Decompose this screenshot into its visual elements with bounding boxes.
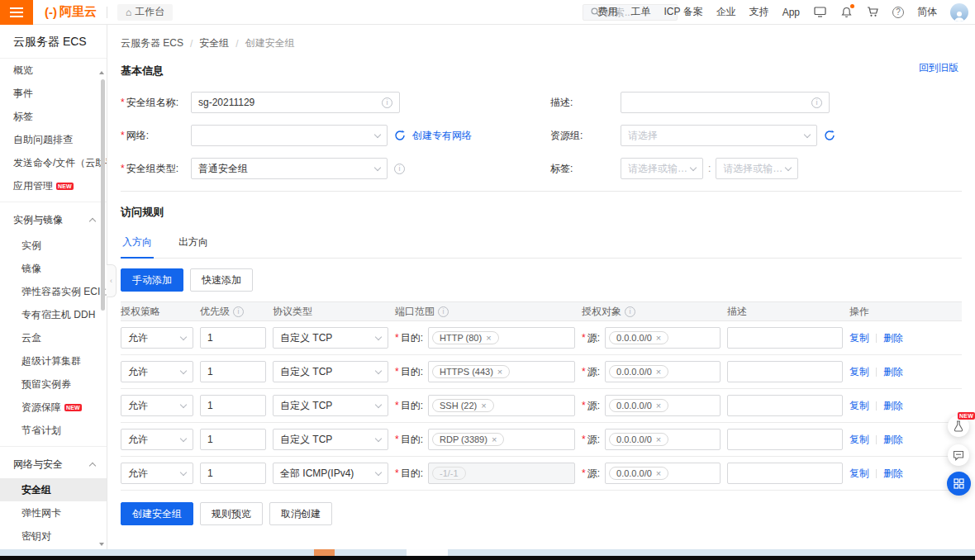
sidebar-item[interactable]: 实例	[0, 234, 107, 257]
sidebar-item[interactable]: 预留实例券	[0, 373, 107, 396]
policy-select[interactable]: 允许	[121, 361, 193, 382]
protocol-select[interactable]: 自定义 TCP	[273, 327, 388, 349]
port-range-input[interactable]: SSH (22) ×	[428, 395, 575, 416]
apps-grid-button[interactable]	[947, 472, 971, 496]
auth-object-input[interactable]: 0.0.0.0/0 ×	[605, 395, 721, 416]
security-group-type-select[interactable]: 普通安全组	[191, 158, 388, 179]
remove-tag-icon[interactable]: ×	[492, 435, 497, 444]
tag-value-select[interactable]: 请选择或输入完整的...	[716, 158, 798, 179]
avatar[interactable]	[950, 3, 968, 21]
cart-icon[interactable]	[866, 6, 879, 19]
rule-desc-input[interactable]	[735, 332, 835, 344]
copy-rule-link[interactable]: 复制	[849, 399, 869, 413]
sidebar-item[interactable]: 镜像	[0, 257, 107, 280]
delete-rule-link[interactable]: 删除	[883, 399, 903, 413]
auth-object-input[interactable]: 0.0.0.0/0 ×	[605, 361, 721, 382]
description-input[interactable]	[628, 97, 811, 108]
sidebar-item[interactable]: 安全组	[0, 478, 107, 501]
topbar-nav-item[interactable]: 企业	[716, 5, 736, 19]
quick-add-button[interactable]: 快速添加	[190, 268, 253, 292]
breadcrumb-item[interactable]: 云服务器 ECS	[121, 36, 183, 50]
protocol-select[interactable]: 自定义 TCP	[273, 361, 388, 382]
remove-tag-icon[interactable]: ×	[656, 368, 661, 377]
priority-input[interactable]	[207, 400, 259, 411]
refresh-icon[interactable]	[394, 130, 406, 141]
sidebar-item[interactable]: 超级计算集群	[0, 349, 107, 373]
info-icon[interactable]: i	[382, 97, 392, 108]
remove-tag-icon[interactable]: ×	[656, 435, 661, 444]
topbar-nav-item[interactable]: 费用	[598, 5, 618, 19]
topbar-nav-item[interactable]: 支持	[749, 5, 769, 19]
rule-desc-input[interactable]	[735, 434, 835, 445]
manual-add-button[interactable]: 手动添加	[121, 268, 183, 292]
priority-input[interactable]	[207, 434, 259, 445]
sidebar-item[interactable]: 弹性容器实例 ECI	[0, 280, 107, 303]
help-icon[interactable]: ?	[892, 7, 904, 18]
breadcrumb-item[interactable]: 安全组	[199, 36, 229, 50]
copy-rule-link[interactable]: 复制	[849, 433, 869, 447]
info-icon[interactable]: i	[625, 306, 635, 317]
sidebar-item[interactable]: 专有宿主机 DDH	[0, 303, 107, 326]
network-select[interactable]	[191, 125, 388, 146]
info-icon[interactable]: i	[438, 306, 449, 317]
copy-rule-link[interactable]: 复制	[849, 467, 869, 481]
priority-input[interactable]	[207, 467, 259, 479]
rule-preview-button[interactable]: 规则预览	[200, 502, 263, 525]
tab-outbound[interactable]: 出方向	[177, 230, 210, 258]
copy-rule-link[interactable]: 复制	[849, 365, 869, 379]
topbar-nav-item[interactable]: ICP 备案	[664, 5, 703, 19]
remove-tag-icon[interactable]: ×	[481, 401, 486, 411]
delete-rule-link[interactable]: 删除	[883, 467, 903, 481]
aliyun-logo[interactable]: (-)阿里云	[45, 4, 97, 20]
scroll-down-icon[interactable]	[99, 543, 104, 546]
policy-select[interactable]: 允许	[121, 429, 193, 450]
topbar-nav-item[interactable]: 工单	[631, 5, 651, 19]
sidebar-item[interactable]: 密钥对	[0, 524, 107, 548]
priority-input[interactable]	[207, 332, 259, 344]
sidebar-item[interactable]: 应用管理 NEW	[0, 174, 107, 197]
bell-icon[interactable]	[839, 6, 853, 19]
remove-tag-icon[interactable]: ×	[656, 334, 661, 343]
sidebar-item[interactable]: 事件	[0, 82, 107, 105]
port-range-input[interactable]: RDP (3389) ×	[428, 429, 575, 450]
sidebar-group-network[interactable]: 网络与安全	[0, 451, 107, 478]
security-group-name-input[interactable]	[198, 97, 382, 108]
policy-select[interactable]: 允许	[121, 327, 193, 349]
delete-rule-link[interactable]: 删除	[883, 433, 903, 447]
sidebar-item[interactable]: 自助问题排查	[0, 128, 107, 151]
priority-input[interactable]	[207, 366, 259, 377]
language-switch[interactable]: 简体	[917, 5, 937, 19]
sidebar-item[interactable]: 概览	[0, 59, 107, 82]
topbar-nav-item[interactable]: App	[782, 7, 800, 18]
sidebar-item[interactable]: 云盒	[0, 326, 107, 349]
policy-select[interactable]: 允许	[121, 395, 193, 416]
remove-tag-icon[interactable]: ×	[497, 368, 502, 377]
back-to-old-version-link[interactable]: 回到旧版	[919, 61, 958, 75]
sidebar-scrollbar[interactable]	[101, 79, 105, 311]
protocol-select[interactable]: 全部 ICMP(IPv4)	[273, 463, 388, 484]
rule-desc-input[interactable]	[735, 366, 835, 377]
tag-key-select[interactable]: 请选择或输入完整的...	[621, 158, 703, 179]
workbench-button[interactable]: ⌂ 工作台	[117, 4, 173, 21]
rule-desc-input[interactable]	[735, 400, 835, 411]
create-security-group-button[interactable]: 创建安全组	[121, 502, 193, 525]
rule-desc-input[interactable]	[735, 467, 835, 479]
info-icon[interactable]: i	[233, 306, 244, 317]
port-range-input[interactable]: -1/-1 ×	[428, 463, 575, 484]
policy-select[interactable]: 允许	[121, 463, 193, 484]
console-icon[interactable]	[813, 6, 826, 19]
tab-inbound[interactable]: 入方向	[121, 230, 154, 259]
sidebar-item[interactable]: 资源保障 NEW	[0, 396, 107, 419]
resource-group-select[interactable]: 请选择	[621, 125, 817, 146]
sidebar-item[interactable]: 发送命令/文件（云助手）	[0, 151, 107, 174]
lab-feature-button[interactable]: NEW	[948, 415, 969, 437]
auth-object-input[interactable]: 0.0.0.0/0 ×	[605, 429, 721, 450]
scroll-up-icon[interactable]	[99, 71, 104, 74]
port-range-input[interactable]: HTTPS (443) ×	[428, 361, 575, 382]
menu-icon[interactable]	[0, 0, 33, 25]
info-icon[interactable]: i	[811, 97, 822, 108]
sidebar-collapse-handle[interactable]: ‹	[107, 264, 117, 297]
sidebar-group-instances[interactable]: 实例与镜像	[0, 206, 107, 234]
remove-tag-icon[interactable]: ×	[656, 469, 661, 478]
copy-rule-link[interactable]: 复制	[849, 331, 869, 345]
